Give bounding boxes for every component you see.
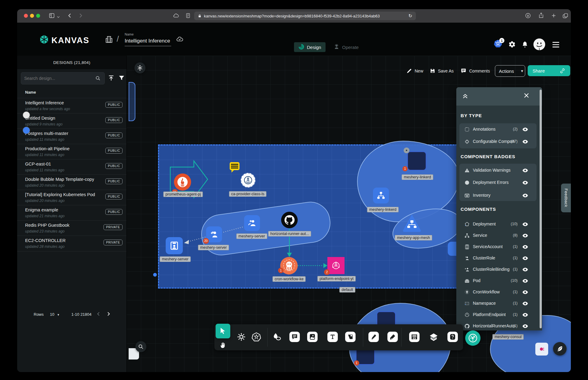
eye-icon[interactable]: [522, 266, 529, 273]
search-design-box[interactable]: [21, 72, 105, 84]
prev-page-icon[interactable]: [96, 311, 101, 318]
eye-icon[interactable]: [522, 312, 529, 318]
design-row[interactable]: Enigma example updated 21 minutes ago PU…: [17, 205, 126, 221]
chevron-down-icon[interactable]: [57, 14, 60, 20]
comment-annotation-icon[interactable]: [230, 162, 239, 170]
badge-row-errors[interactable]: Deployment Errors: [459, 177, 537, 189]
notifications-bell-icon[interactable]: [521, 40, 529, 50]
component-row-pod[interactable]: Pod (10): [459, 275, 537, 287]
panel-scrollbar[interactable]: [540, 90, 542, 328]
platform-endpoint-node[interactable]: [327, 257, 345, 274]
linkerd-config-badge[interactable]: [404, 147, 409, 153]
design-row[interactable]: Postgres multi-master updated 11 minutes…: [17, 129, 126, 144]
component-row-deployment[interactable]: Deployment (10): [459, 218, 537, 230]
next-page-icon[interactable]: [106, 311, 111, 318]
search-design-input[interactable]: [21, 76, 95, 81]
actions-caret-icon[interactable]: ▼: [518, 69, 526, 73]
tab-overview-icon[interactable]: [562, 13, 568, 20]
select-tool[interactable]: [216, 324, 230, 338]
eye-icon[interactable]: [522, 323, 529, 329]
filter-row-configurable[interactable]: Configurable Compon (37): [459, 136, 537, 148]
linkerd-error-badge[interactable]: 1: [402, 166, 408, 171]
component-row-clusterrole[interactable]: ClusterRole (1): [459, 252, 537, 264]
share-button[interactable]: Share: [528, 65, 570, 76]
kubernetes-tool[interactable]: [251, 332, 262, 342]
prometheus-node[interactable]: [174, 173, 191, 191]
eye-icon[interactable]: [522, 289, 529, 295]
comments-button[interactable]: Comments: [460, 68, 490, 74]
sidebar-toggle-icon[interactable]: [49, 13, 55, 20]
design-row[interactable]: Redis PHP Guestbook updated 23 minutes a…: [17, 220, 126, 236]
minimize-window-button[interactable]: [30, 14, 34, 18]
note-tool[interactable]: [345, 332, 356, 342]
component-row-clusterrolebinding[interactable]: ClusterRoleBinding (1): [459, 263, 537, 276]
mesh-tool[interactable]: [236, 332, 247, 342]
linkerd-service-node[interactable]: [373, 188, 389, 203]
platform-error-badge[interactable]: 2: [324, 269, 330, 275]
cert-manager-node[interactable]: [241, 173, 255, 188]
settings-gear-icon[interactable]: [508, 41, 516, 49]
design-row[interactable]: EC2-CONTROLLER updated 28 minutes ago PR…: [17, 236, 126, 251]
hamburger-menu-icon[interactable]: [552, 42, 560, 49]
archive-tool[interactable]: [409, 332, 420, 342]
reader-view-icon[interactable]: [185, 13, 191, 20]
component-row-serviceaccount[interactable]: ServiceAccount (1): [459, 241, 537, 253]
icloud-icon[interactable]: [173, 13, 179, 20]
marker-tool[interactable]: [368, 332, 379, 342]
text-tool[interactable]: [327, 332, 338, 342]
component-row-service[interactable]: Service (8): [459, 229, 537, 242]
eye-icon[interactable]: [522, 180, 529, 186]
server-error-badge[interactable]: 20: [203, 238, 209, 244]
layers-tool[interactable]: [428, 332, 439, 342]
filter-funnel-icon[interactable]: [118, 75, 125, 83]
design-row[interactable]: Double Bubble Map Template-copy updated …: [17, 174, 126, 190]
name-column-header[interactable]: Name: [25, 90, 36, 95]
actions-dropdown[interactable]: Actions ▼: [495, 65, 525, 77]
badge-row-validation[interactable]: Validation Warnings: [459, 164, 537, 177]
save-as-button[interactable]: Save As: [430, 68, 454, 74]
maximize-window-button[interactable]: [36, 14, 40, 18]
pan-tool[interactable]: [217, 340, 228, 351]
eye-icon[interactable]: [522, 278, 529, 284]
rows-per-page-select[interactable]: 10: [50, 312, 54, 317]
appmesh-node[interactable]: [402, 214, 422, 232]
eye-icon[interactable]: [522, 300, 529, 307]
back-button[interactable]: [67, 13, 73, 20]
eye-icon[interactable]: [522, 233, 529, 239]
rows-caret-icon[interactable]: ▼: [57, 313, 60, 316]
pencil-tool[interactable]: [387, 332, 398, 342]
design-row[interactable]: Production-alt Pipeline updated 11 minut…: [17, 144, 126, 159]
design-row[interactable]: Intelligent Inference updated a few seco…: [17, 98, 126, 114]
image-tool[interactable]: [307, 332, 318, 342]
design-row[interactable]: [Tutorial] Exploring Kubernetes Pod upda…: [17, 190, 126, 205]
component-row-namespace[interactable]: Namespace (1): [459, 297, 537, 310]
tab-operate[interactable]: Operate: [329, 42, 363, 52]
collapse-panel-icon[interactable]: [462, 93, 469, 101]
share-page-icon[interactable]: [538, 12, 544, 20]
user-avatar[interactable]: [533, 38, 546, 52]
reload-icon[interactable]: ↻: [408, 13, 412, 19]
tab-design[interactable]: Design: [294, 42, 326, 52]
eye-icon[interactable]: [522, 255, 529, 261]
badge-row-inventory[interactable]: Inventory: [459, 189, 537, 202]
comment-tool[interactable]: [289, 332, 300, 342]
import-design-icon[interactable]: [108, 75, 115, 83]
signature-quill-button[interactable]: [553, 342, 567, 356]
address-bar[interactable]: kanvas.new/extension/meshmap?mode=design…: [194, 12, 416, 20]
close-window-button[interactable]: [24, 14, 28, 18]
shapes-tool[interactable]: [272, 332, 282, 342]
design-name-input[interactable]: Intelligent Inference: [125, 38, 170, 44]
eye-icon[interactable]: [522, 139, 529, 145]
component-row-cronworkflow[interactable]: CronWorkflow (1): [459, 286, 537, 298]
feedback-tab[interactable]: Feedback: [561, 184, 571, 212]
serviceaccount-node[interactable]: [166, 237, 183, 254]
eye-icon[interactable]: [522, 192, 529, 199]
meshery-extension-button[interactable]: [465, 330, 481, 346]
search-icon[interactable]: [95, 76, 101, 81]
component-row-platformendpoint[interactable]: PlatformEndpoint (1): [459, 309, 537, 321]
help-tool[interactable]: [447, 332, 458, 342]
zoom-search-button[interactable]: [135, 341, 146, 352]
downloads-icon[interactable]: [525, 13, 531, 20]
eye-icon[interactable]: [522, 167, 529, 173]
filter-row-annotations[interactable]: Annotations (2): [459, 123, 537, 136]
